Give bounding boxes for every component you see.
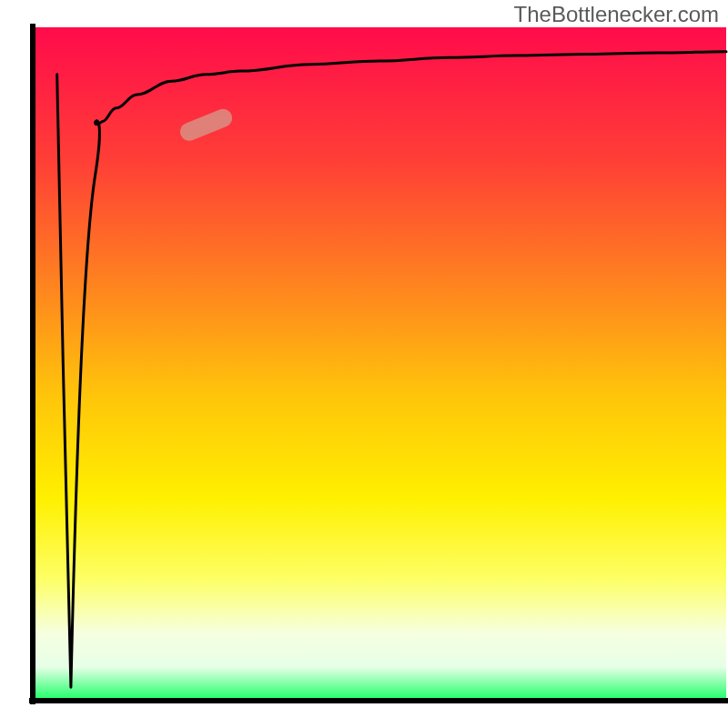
chart-container: TheBottlenecker.com	[0, 0, 728, 728]
bottleneck-chart	[0, 0, 728, 728]
watermark-text: TheBottlenecker.com	[514, 2, 719, 27]
gradient-background	[33, 27, 726, 701]
